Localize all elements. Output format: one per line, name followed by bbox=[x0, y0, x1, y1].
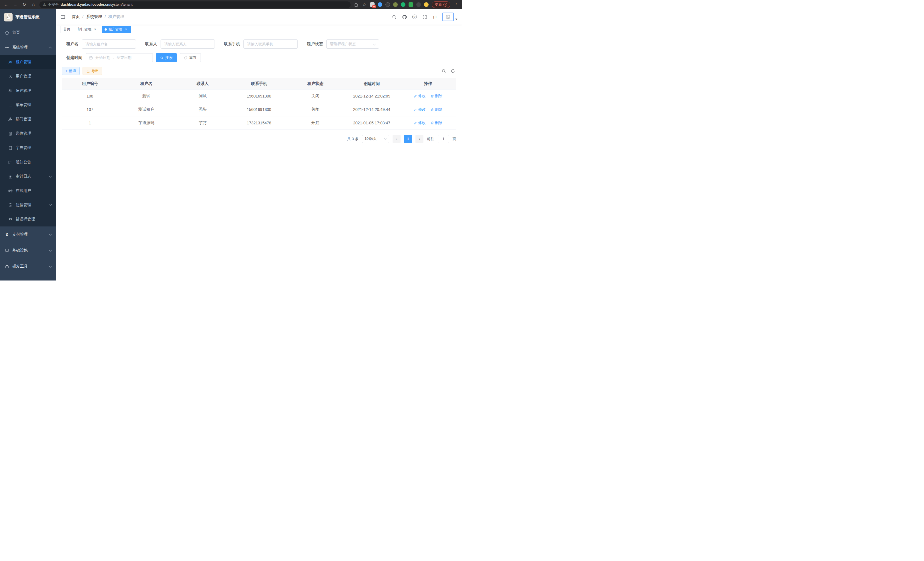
next-page-button[interactable]: › bbox=[416, 135, 423, 143]
sidebar-item-post[interactable]: 岗位管理 bbox=[0, 126, 56, 141]
goto-label: 前往 bbox=[427, 136, 434, 141]
add-button[interactable]: + 新增 bbox=[62, 67, 80, 75]
tenant-name-input[interactable] bbox=[82, 39, 136, 49]
sidebar-item-notice[interactable]: 通知公告 bbox=[0, 155, 56, 169]
delete-button[interactable]: 删除 bbox=[430, 107, 442, 112]
sidebar-item-role[interactable]: 角色管理 bbox=[0, 83, 56, 98]
col-header-actions: 操作 bbox=[400, 78, 456, 89]
update-button[interactable]: 更新 ! bbox=[432, 2, 450, 8]
github-icon[interactable] bbox=[402, 15, 407, 20]
extension-icon-5[interactable] bbox=[401, 2, 405, 7]
close-icon[interactable]: × bbox=[93, 27, 97, 32]
tab-bar: 首页 部门管理 × 租户管理 × bbox=[56, 25, 462, 34]
date-range-picker[interactable]: 开始日期 - 结束日期 bbox=[86, 53, 153, 62]
download-icon bbox=[86, 69, 90, 73]
breadcrumb-separator: / bbox=[105, 15, 106, 19]
phone-input[interactable] bbox=[243, 39, 298, 49]
cell-created: 2021-01-05 17:03:47 bbox=[344, 116, 400, 129]
tab-dept[interactable]: 部门管理 × bbox=[75, 26, 100, 33]
export-button[interactable]: 导出 bbox=[82, 67, 102, 75]
search-button-label: 搜索 bbox=[165, 55, 172, 60]
sidebar-group-infrastructure[interactable]: 基础设施 bbox=[0, 242, 56, 259]
dictionary-book-icon bbox=[8, 146, 13, 150]
status-select[interactable]: 请选择租户状态 bbox=[326, 39, 379, 49]
search-button[interactable]: 搜索 bbox=[156, 53, 177, 62]
reset-button[interactable]: 重置 bbox=[180, 53, 201, 62]
trash-icon bbox=[430, 121, 434, 125]
sidebar-group-devtools[interactable]: 研发工具 bbox=[0, 259, 56, 274]
tab-tenant[interactable]: 租户管理 × bbox=[102, 26, 131, 33]
chevron-down-icon bbox=[373, 42, 376, 45]
cell-name: 芋道源码 bbox=[118, 116, 174, 129]
breadcrumb-separator: / bbox=[82, 15, 83, 19]
fullscreen-icon[interactable] bbox=[422, 15, 427, 20]
extension-icon-6[interactable] bbox=[409, 2, 413, 7]
filter-row-2: 创建时间 开始日期 - 结束日期 搜索 重置 bbox=[62, 53, 456, 62]
col-header-created: 创建时间 bbox=[344, 78, 400, 89]
browser-menu-icon[interactable]: ⋮ bbox=[453, 2, 459, 7]
font-size-icon[interactable]: TT bbox=[433, 15, 437, 20]
sidebar-item-error-code[interactable]: </> 错误码管理 bbox=[0, 212, 56, 226]
pencil-icon bbox=[414, 94, 417, 98]
refresh-table-icon[interactable] bbox=[451, 69, 455, 73]
sidebar-group-payment[interactable]: ¥ 支付管理 bbox=[0, 226, 56, 242]
delete-button[interactable]: 删除 bbox=[430, 120, 442, 126]
extension-icon-1[interactable]: 10 bbox=[370, 2, 375, 7]
profile-avatar[interactable] bbox=[424, 2, 429, 7]
delete-button[interactable]: 删除 bbox=[430, 93, 442, 99]
edit-button[interactable]: 修改 bbox=[414, 93, 425, 99]
sidebar-item-tenant[interactable]: 租户管理 bbox=[0, 55, 56, 69]
page-number-1[interactable]: 1 bbox=[404, 135, 412, 143]
home-icon[interactable]: ⌂ bbox=[30, 2, 37, 8]
cell-contact: 芋艿 bbox=[175, 116, 231, 129]
sms-shield-icon bbox=[8, 203, 13, 207]
contact-input[interactable] bbox=[160, 39, 215, 49]
sidebar-item-audit-log[interactable]: 审计日志 bbox=[0, 169, 56, 183]
trash-icon bbox=[430, 108, 434, 111]
post-badge-icon bbox=[8, 131, 13, 136]
status-label: 租户状态 bbox=[307, 41, 323, 47]
sidebar-item-user[interactable]: 用户管理 bbox=[0, 69, 56, 83]
extension-icon-2[interactable] bbox=[378, 2, 382, 7]
sidebar-item-sms[interactable]: 短信管理 bbox=[0, 198, 56, 212]
edit-button[interactable]: 修改 bbox=[414, 107, 425, 112]
help-icon[interactable]: ? bbox=[412, 15, 417, 19]
share-icon[interactable] bbox=[353, 2, 358, 7]
forward-icon[interactable]: → bbox=[12, 2, 18, 8]
user-menu[interactable] bbox=[442, 13, 458, 21]
roles-icon bbox=[8, 88, 13, 93]
sidebar-item-home[interactable]: 首页 bbox=[0, 25, 56, 40]
reload-icon[interactable]: ↻ bbox=[21, 2, 27, 8]
chevron-down-icon bbox=[49, 233, 52, 236]
search-icon[interactable] bbox=[392, 15, 397, 20]
app-logo[interactable]: 芋道管理系统 bbox=[0, 9, 56, 25]
address-bar[interactable]: ⚠ 不安全 dashboard.yudao.iocoder.cn/system/… bbox=[39, 2, 351, 8]
edit-button[interactable]: 修改 bbox=[414, 120, 425, 126]
yen-icon: ¥ bbox=[4, 232, 9, 237]
main-area: 首页 / 系统管理 / 租户管理 ? TT 首页 bbox=[56, 9, 462, 281]
sidebar-fold-icon[interactable] bbox=[61, 15, 65, 20]
app-frame: 芋道管理系统 首页 系统管理 租户管理 用户管理 角色管理 bbox=[0, 9, 462, 281]
sidebar-item-menu[interactable]: 菜单管理 bbox=[0, 98, 56, 112]
filter-row-1: 租户名 联系人 联系手机 租户状态 请选择租户状态 bbox=[62, 39, 456, 49]
tab-home[interactable]: 首页 bbox=[61, 26, 73, 33]
extension-icon-3[interactable] bbox=[386, 2, 390, 7]
sidebar-item-dept[interactable]: 部门管理 bbox=[0, 112, 56, 126]
sidebar-item-online-users[interactable]: 在线用户 bbox=[0, 183, 56, 198]
breadcrumb-system[interactable]: 系统管理 bbox=[86, 14, 102, 20]
extensions-puzzle-icon[interactable] bbox=[416, 2, 421, 7]
close-icon[interactable]: × bbox=[124, 27, 128, 32]
toggle-search-icon[interactable] bbox=[441, 69, 446, 73]
back-icon[interactable]: ← bbox=[3, 2, 9, 8]
page-size-select[interactable]: 10条/页 bbox=[362, 135, 389, 143]
prev-page-button[interactable]: ‹ bbox=[393, 135, 400, 143]
sidebar-group-system[interactable]: 系统管理 bbox=[0, 40, 56, 55]
update-label: 更新 bbox=[435, 2, 442, 7]
tenants-icon bbox=[8, 60, 13, 64]
breadcrumb: 首页 / 系统管理 / 租户管理 bbox=[72, 14, 124, 20]
bookmark-star-icon[interactable]: ☆ bbox=[362, 2, 367, 7]
goto-page-input[interactable] bbox=[438, 135, 449, 143]
extension-icon-4[interactable] bbox=[393, 2, 398, 7]
breadcrumb-home[interactable]: 首页 bbox=[72, 14, 80, 20]
sidebar-item-dict[interactable]: 字典管理 bbox=[0, 141, 56, 155]
